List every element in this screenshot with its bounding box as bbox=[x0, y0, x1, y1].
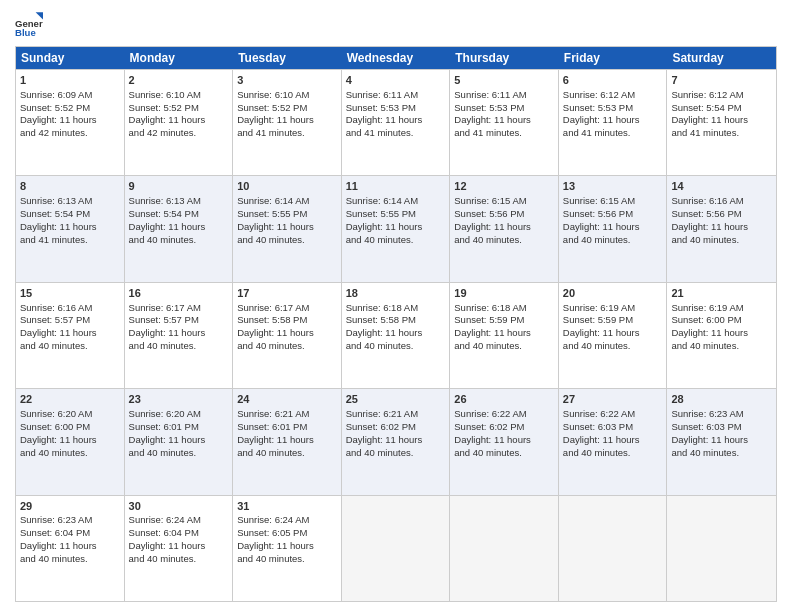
day-1-line-0: Sunrise: 6:09 AM bbox=[20, 89, 120, 102]
day-8-line-0: Sunrise: 6:13 AM bbox=[20, 195, 120, 208]
day-25-line-1: Sunset: 6:02 PM bbox=[346, 421, 446, 434]
day-11-line-0: Sunrise: 6:14 AM bbox=[346, 195, 446, 208]
day-14-line-2: Daylight: 11 hours bbox=[671, 221, 772, 234]
day-15-line-1: Sunset: 5:57 PM bbox=[20, 314, 120, 327]
day-15-line-2: Daylight: 11 hours bbox=[20, 327, 120, 340]
day-4-line-2: Daylight: 11 hours bbox=[346, 114, 446, 127]
day-3-line-3: and 41 minutes. bbox=[237, 127, 337, 140]
day-27-line-3: and 40 minutes. bbox=[563, 447, 663, 460]
day-13: 13Sunrise: 6:15 AMSunset: 5:56 PMDayligh… bbox=[559, 176, 668, 281]
day-number-19: 19 bbox=[454, 286, 554, 301]
day-2-line-1: Sunset: 5:52 PM bbox=[129, 102, 229, 115]
header-tuesday: Tuesday bbox=[233, 47, 342, 69]
day-number-3: 3 bbox=[237, 73, 337, 88]
day-13-line-1: Sunset: 5:56 PM bbox=[563, 208, 663, 221]
day-number-25: 25 bbox=[346, 392, 446, 407]
day-number-7: 7 bbox=[671, 73, 772, 88]
day-22-line-3: and 40 minutes. bbox=[20, 447, 120, 460]
day-16-line-1: Sunset: 5:57 PM bbox=[129, 314, 229, 327]
day-10-line-2: Daylight: 11 hours bbox=[237, 221, 337, 234]
day-25-line-2: Daylight: 11 hours bbox=[346, 434, 446, 447]
day-28-line-3: and 40 minutes. bbox=[671, 447, 772, 460]
day-23-line-3: and 40 minutes. bbox=[129, 447, 229, 460]
day-21-line-1: Sunset: 6:00 PM bbox=[671, 314, 772, 327]
day-15: 15Sunrise: 6:16 AMSunset: 5:57 PMDayligh… bbox=[16, 283, 125, 388]
day-16-line-2: Daylight: 11 hours bbox=[129, 327, 229, 340]
day-22-line-0: Sunrise: 6:20 AM bbox=[20, 408, 120, 421]
day-22: 22Sunrise: 6:20 AMSunset: 6:00 PMDayligh… bbox=[16, 389, 125, 494]
day-5: 5Sunrise: 6:11 AMSunset: 5:53 PMDaylight… bbox=[450, 70, 559, 175]
week-4: 22Sunrise: 6:20 AMSunset: 6:00 PMDayligh… bbox=[16, 388, 776, 494]
header-thursday: Thursday bbox=[450, 47, 559, 69]
day-20: 20Sunrise: 6:19 AMSunset: 5:59 PMDayligh… bbox=[559, 283, 668, 388]
day-2-line-3: and 42 minutes. bbox=[129, 127, 229, 140]
day-number-22: 22 bbox=[20, 392, 120, 407]
day-number-4: 4 bbox=[346, 73, 446, 88]
empty-cell-4-5 bbox=[559, 496, 668, 601]
day-26-line-0: Sunrise: 6:22 AM bbox=[454, 408, 554, 421]
day-18: 18Sunrise: 6:18 AMSunset: 5:58 PMDayligh… bbox=[342, 283, 451, 388]
day-23-line-1: Sunset: 6:01 PM bbox=[129, 421, 229, 434]
header: General Blue bbox=[15, 10, 777, 38]
day-16: 16Sunrise: 6:17 AMSunset: 5:57 PMDayligh… bbox=[125, 283, 234, 388]
empty-cell-4-6 bbox=[667, 496, 776, 601]
day-6-line-2: Daylight: 11 hours bbox=[563, 114, 663, 127]
day-30-line-0: Sunrise: 6:24 AM bbox=[129, 514, 229, 527]
day-5-line-1: Sunset: 5:53 PM bbox=[454, 102, 554, 115]
day-14-line-1: Sunset: 5:56 PM bbox=[671, 208, 772, 221]
day-12: 12Sunrise: 6:15 AMSunset: 5:56 PMDayligh… bbox=[450, 176, 559, 281]
day-27-line-0: Sunrise: 6:22 AM bbox=[563, 408, 663, 421]
day-10: 10Sunrise: 6:14 AMSunset: 5:55 PMDayligh… bbox=[233, 176, 342, 281]
day-30-line-3: and 40 minutes. bbox=[129, 553, 229, 566]
day-24-line-0: Sunrise: 6:21 AM bbox=[237, 408, 337, 421]
day-4-line-3: and 41 minutes. bbox=[346, 127, 446, 140]
empty-cell-4-4 bbox=[450, 496, 559, 601]
day-4-line-0: Sunrise: 6:11 AM bbox=[346, 89, 446, 102]
day-number-12: 12 bbox=[454, 179, 554, 194]
day-19-line-1: Sunset: 5:59 PM bbox=[454, 314, 554, 327]
day-1-line-3: and 42 minutes. bbox=[20, 127, 120, 140]
day-18-line-3: and 40 minutes. bbox=[346, 340, 446, 353]
day-13-line-2: Daylight: 11 hours bbox=[563, 221, 663, 234]
day-8: 8Sunrise: 6:13 AMSunset: 5:54 PMDaylight… bbox=[16, 176, 125, 281]
day-number-11: 11 bbox=[346, 179, 446, 194]
day-13-line-0: Sunrise: 6:15 AM bbox=[563, 195, 663, 208]
day-10-line-1: Sunset: 5:55 PM bbox=[237, 208, 337, 221]
day-10-line-3: and 40 minutes. bbox=[237, 234, 337, 247]
day-number-27: 27 bbox=[563, 392, 663, 407]
day-number-2: 2 bbox=[129, 73, 229, 88]
day-29-line-0: Sunrise: 6:23 AM bbox=[20, 514, 120, 527]
calendar: Sunday Monday Tuesday Wednesday Thursday… bbox=[15, 46, 777, 602]
day-14-line-0: Sunrise: 6:16 AM bbox=[671, 195, 772, 208]
day-17-line-2: Daylight: 11 hours bbox=[237, 327, 337, 340]
day-20-line-2: Daylight: 11 hours bbox=[563, 327, 663, 340]
day-5-line-0: Sunrise: 6:11 AM bbox=[454, 89, 554, 102]
day-7-line-1: Sunset: 5:54 PM bbox=[671, 102, 772, 115]
logo-icon: General Blue bbox=[15, 10, 43, 38]
day-23-line-0: Sunrise: 6:20 AM bbox=[129, 408, 229, 421]
day-30-line-1: Sunset: 6:04 PM bbox=[129, 527, 229, 540]
svg-text:Blue: Blue bbox=[15, 27, 36, 38]
day-22-line-1: Sunset: 6:00 PM bbox=[20, 421, 120, 434]
header-saturday: Saturday bbox=[667, 47, 776, 69]
day-number-9: 9 bbox=[129, 179, 229, 194]
day-12-line-3: and 40 minutes. bbox=[454, 234, 554, 247]
day-19-line-3: and 40 minutes. bbox=[454, 340, 554, 353]
day-24-line-2: Daylight: 11 hours bbox=[237, 434, 337, 447]
day-11-line-1: Sunset: 5:55 PM bbox=[346, 208, 446, 221]
day-number-17: 17 bbox=[237, 286, 337, 301]
day-8-line-3: and 41 minutes. bbox=[20, 234, 120, 247]
header-sunday: Sunday bbox=[16, 47, 125, 69]
day-9-line-3: and 40 minutes. bbox=[129, 234, 229, 247]
calendar-header: Sunday Monday Tuesday Wednesday Thursday… bbox=[16, 47, 776, 69]
day-4-line-1: Sunset: 5:53 PM bbox=[346, 102, 446, 115]
day-number-29: 29 bbox=[20, 499, 120, 514]
day-21-line-2: Daylight: 11 hours bbox=[671, 327, 772, 340]
day-25-line-0: Sunrise: 6:21 AM bbox=[346, 408, 446, 421]
day-28-line-2: Daylight: 11 hours bbox=[671, 434, 772, 447]
day-9-line-0: Sunrise: 6:13 AM bbox=[129, 195, 229, 208]
day-31-line-3: and 40 minutes. bbox=[237, 553, 337, 566]
day-21-line-3: and 40 minutes. bbox=[671, 340, 772, 353]
day-number-16: 16 bbox=[129, 286, 229, 301]
day-22-line-2: Daylight: 11 hours bbox=[20, 434, 120, 447]
